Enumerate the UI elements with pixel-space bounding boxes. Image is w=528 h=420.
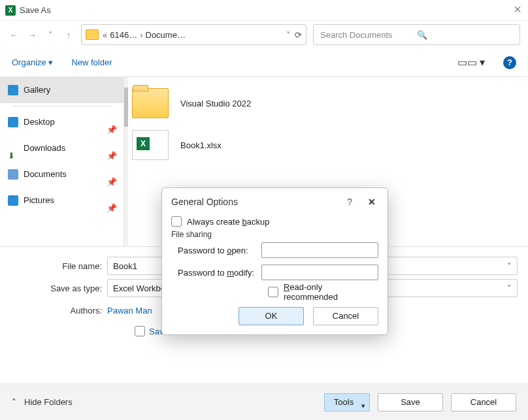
save-type-label: Save as type: [10,283,107,293]
readonly-checkbox[interactable] [268,287,278,297]
nav-bar: ← → ˅ ↑ « 6146… › Docume… ˅ ⟳ Search Doc… [0,21,528,48]
password-open-input[interactable] [261,242,378,258]
password-modify-label: Password to modify: [171,268,261,278]
always-backup-label: Always create backup [187,217,269,227]
cancel-button[interactable]: Cancel [451,393,516,412]
pin-icon[interactable]: 📌 [107,195,117,221]
tools-menu[interactable]: Tools [324,393,370,412]
dialog-title-bar: General Options ? ✕ [171,195,378,213]
separator [12,106,112,106]
file-label: Book1.xlsx [180,140,222,150]
desktop-icon [8,117,18,127]
organize-toolbar: Organize ▾ New folder ▭▭ ▾ ? [0,48,528,77]
password-modify-input[interactable] [261,265,378,280]
save-button[interactable]: Save [378,393,443,412]
downloads-icon: ⬇ [8,143,18,153]
chevron-down-icon[interactable]: ˅ [286,30,291,40]
authors-label: Authors: [10,306,107,315]
file-label: Visual Studio 2022 [180,99,251,108]
search-input[interactable]: Search Documents 🔍 [313,24,520,45]
documents-icon [8,169,18,180]
gallery-icon [8,85,18,95]
close-icon[interactable]: × [514,3,521,16]
recent-dropdown-icon[interactable]: ˅ [44,30,56,40]
sidebar-item-documents[interactable]: Documents 📌 [0,161,124,187]
chevron-down-icon[interactable]: ˅ [507,283,512,293]
sidebar: Gallery Desktop 📌 ⬇ Downloads 📌 Document… [0,77,124,246]
folder-icon [132,88,169,118]
folder-icon [86,29,99,40]
address-bar[interactable]: « 6146… › Docume… ˅ ⟳ [81,24,306,45]
excel-icon: X [5,5,16,16]
back-icon[interactable]: ← [8,30,20,40]
file-name-label: File name: [10,261,107,271]
dialog-footer: ˄ Hide Folders Tools Save Cancel [0,383,528,420]
search-icon[interactable]: 🔍 [417,30,514,40]
chevron-down-icon[interactable]: ˅ [507,261,512,271]
help-icon[interactable]: ? [347,195,352,209]
view-options-button[interactable]: ▭▭ ▾ [457,56,485,69]
organize-menu[interactable]: Organize ▾ [12,57,53,67]
sidebar-item-gallery[interactable]: Gallery [0,77,124,103]
forward-icon[interactable]: → [26,30,38,40]
pictures-icon [8,195,18,206]
new-folder-button[interactable]: New folder [71,57,112,67]
title-bar: X Save As × [0,0,528,21]
always-backup-checkbox[interactable] [171,216,182,227]
close-icon[interactable]: ✕ [368,195,376,209]
sidebar-item-desktop[interactable]: Desktop 📌 [0,109,124,135]
authors-value[interactable]: Pawan Man [107,306,152,315]
up-icon[interactable]: ↑ [63,30,74,40]
general-options-dialog: General Options ? ✕ Always create backup… [161,187,388,335]
cancel-button[interactable]: Cancel [313,307,378,325]
breadcrumb-chevron: « [103,30,107,40]
folder-item[interactable]: Visual Studio 2022 [132,82,520,124]
dialog-title: General Options [171,197,238,207]
window-title: Save As [20,5,51,15]
ok-button[interactable]: OK [239,307,304,325]
sidebar-scrollbar[interactable] [124,77,128,246]
readonly-label: Read-only recommended [284,282,378,302]
breadcrumb-segment[interactable]: 6146… [107,30,140,40]
search-placeholder: Search Documents [320,30,417,40]
refresh-icon[interactable]: ⟳ [295,30,302,40]
sidebar-item-downloads[interactable]: ⬇ Downloads 📌 [0,135,124,161]
chevron-up-icon[interactable]: ˄ [12,397,16,407]
save-thumbnail-checkbox[interactable] [135,326,145,336]
excel-file-icon [132,130,169,160]
password-open-label: Password to open: [171,246,261,255]
help-icon[interactable]: ? [503,56,516,69]
file-item[interactable]: Book1.xlsx [132,124,520,166]
file-sharing-heading: File sharing [171,230,378,239]
breadcrumb-segment[interactable]: Docume… [143,30,188,40]
hide-folders-button[interactable]: Hide Folders [24,397,73,407]
sidebar-item-pictures[interactable]: Pictures 📌 [0,187,124,214]
